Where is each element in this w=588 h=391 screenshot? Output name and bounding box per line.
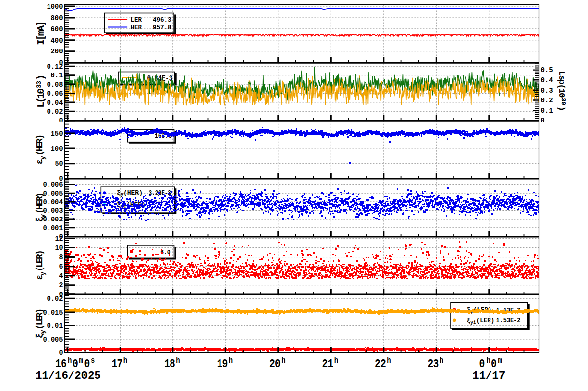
svg-text:0: 0 bbox=[59, 117, 63, 125]
svg-text:0.1: 0.1 bbox=[541, 107, 553, 115]
svg-text:8: 8 bbox=[59, 253, 63, 262]
svg-text:496.3: 496.3 bbox=[153, 17, 172, 24]
svg-text:0.5: 0.5 bbox=[541, 66, 553, 74]
svg-text:0: 0 bbox=[59, 349, 63, 357]
svg-text:2: 2 bbox=[59, 281, 63, 290]
svg-text:0.001: 0.001 bbox=[43, 224, 63, 233]
svg-text:16h0m0s: 16h0m0s bbox=[55, 356, 95, 371]
svg-text:0.08: 0.08 bbox=[47, 81, 63, 89]
svg-text:0.006: 0.006 bbox=[43, 181, 63, 189]
svg-text:0.005: 0.005 bbox=[43, 190, 63, 198]
svg-text:0.015: 0.015 bbox=[43, 309, 63, 317]
svg-text:0.4: 0.4 bbox=[541, 76, 553, 85]
svg-text:957.8: 957.8 bbox=[153, 24, 172, 31]
svg-text:I[mA]: I[mA] bbox=[35, 22, 47, 45]
svg-text:0.04: 0.04 bbox=[47, 99, 63, 107]
svg-text:0.02: 0.02 bbox=[47, 108, 63, 116]
svg-text:0.003: 0.003 bbox=[43, 207, 63, 215]
svg-text:L(1033): L(1033) bbox=[35, 76, 47, 108]
svg-text:1000: 1000 bbox=[47, 3, 63, 11]
svg-text:11/16/2025: 11/16/2025 bbox=[35, 369, 101, 382]
svg-text:0.2: 0.2 bbox=[541, 97, 553, 105]
svg-text:HER: HER bbox=[130, 24, 142, 31]
svg-text:0.3: 0.3 bbox=[541, 87, 553, 95]
svg-text:LER: LER bbox=[130, 17, 142, 24]
svg-text:800: 800 bbox=[51, 14, 63, 23]
svg-text:0.1: 0.1 bbox=[51, 72, 63, 80]
svg-text:3.29E-3: 3.29E-3 bbox=[149, 189, 171, 197]
svg-text:50: 50 bbox=[55, 160, 63, 168]
svg-text:0: 0 bbox=[541, 117, 545, 125]
svg-text:10: 10 bbox=[55, 244, 63, 252]
svg-text:0.12: 0.12 bbox=[47, 63, 63, 71]
svg-text:100: 100 bbox=[51, 145, 63, 153]
svg-text:6: 6 bbox=[59, 263, 63, 271]
svg-text:400: 400 bbox=[51, 37, 63, 45]
svg-text:600: 600 bbox=[51, 25, 63, 34]
svg-text:0.004: 0.004 bbox=[43, 198, 63, 207]
svg-text:12: 12 bbox=[55, 235, 63, 243]
svg-text:150: 150 bbox=[51, 130, 63, 138]
svg-text:0.02: 0.02 bbox=[47, 295, 63, 303]
svg-text:11/17: 11/17 bbox=[472, 369, 505, 382]
svg-text:4: 4 bbox=[59, 272, 63, 280]
svg-text:0.01: 0.01 bbox=[47, 322, 63, 330]
svg-text:0.06: 0.06 bbox=[47, 90, 63, 98]
svg-text:200: 200 bbox=[51, 48, 63, 56]
svg-text:1.53E-2: 1.53E-2 bbox=[496, 317, 521, 324]
svg-text:0.005: 0.005 bbox=[43, 336, 63, 344]
